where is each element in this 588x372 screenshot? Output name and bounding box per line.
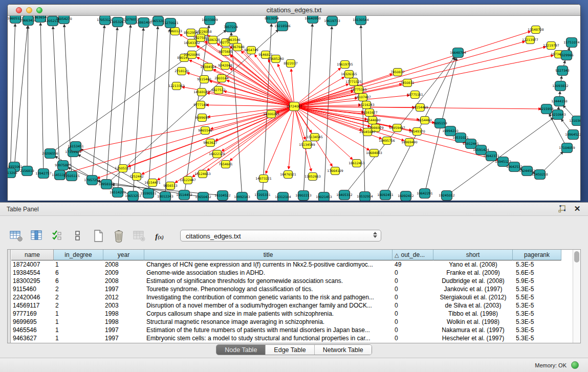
graph-node[interactable]: 16104522: [214, 191, 231, 201]
tab-network-table[interactable]: Network Table: [315, 345, 372, 355]
graph-node[interactable]: 17205331: [254, 190, 271, 200]
column-header-title[interactable]: title: [144, 250, 393, 260]
graph-node[interactable]: 15124653: [194, 170, 211, 178]
column-header-in_degree[interactable]: in_degree: [54, 250, 103, 260]
graph-edge[interactable]: [230, 106, 294, 161]
graph-node[interactable]: 8827512: [211, 86, 226, 94]
table-row[interactable]: 946362711997Embryonic stem cells: a mode…: [11, 334, 573, 342]
graph-node[interactable]: 7654601: [219, 161, 233, 168]
graph-node[interactable]: 10653253: [125, 191, 141, 201]
graph-edge[interactable]: [294, 106, 311, 171]
graph-node[interactable]: 13216243: [358, 101, 375, 109]
graph-node[interactable]: 18130544: [353, 16, 369, 25]
graph-node[interactable]: 16514452: [176, 190, 192, 200]
graph-edge[interactable]: [294, 77, 344, 106]
graph-node[interactable]: 16154471: [144, 179, 161, 187]
graph-node[interactable]: 17957255: [84, 176, 100, 185]
graph-node[interactable]: 11548708: [528, 26, 544, 34]
graph-node[interactable]: 16405312: [336, 190, 353, 200]
graph-edge[interactable]: [294, 84, 349, 106]
citation-network-graph[interactable]: 1872400789601238912954182260589827503165…: [8, 16, 580, 201]
column-visibility-icon[interactable]: [30, 228, 43, 243]
network-canvas[interactable]: 1872400789601238912954182260589827503165…: [8, 16, 580, 201]
tab-edge-table[interactable]: Edge Table: [266, 345, 314, 355]
table-selector[interactable]: citations_edges.txt: [180, 230, 381, 242]
graph-node[interactable]: 2156819: [20, 166, 34, 176]
graph-node[interactable]: 18549370: [409, 128, 425, 136]
graph-node[interactable]: 12093832: [552, 81, 569, 91]
graph-edge[interactable]: [165, 29, 170, 196]
graph-node[interactable]: 17664109: [327, 167, 343, 175]
graph-node[interactable]: 10958107: [98, 180, 115, 189]
column-header-pagerank[interactable]: pagerank: [513, 250, 561, 260]
column-header-short[interactable]: short: [433, 250, 513, 260]
graph-node[interactable]: 16969490: [401, 139, 418, 146]
graph-node[interactable]: 9463627: [203, 139, 217, 147]
column-header-name[interactable]: name: [11, 250, 54, 260]
graph-node[interactable]: 19245012: [439, 191, 455, 201]
graph-node[interactable]: 18775161: [407, 91, 423, 99]
column-header-out_degree[interactable]: △out_de...: [393, 250, 433, 260]
table-height-icon[interactable]: [71, 228, 84, 243]
graph-node[interactable]: 16959497: [389, 124, 405, 132]
graph-node[interactable]: 7450837: [390, 69, 405, 76]
table-row[interactable]: 2242004622012Investigating the contribut…: [11, 293, 573, 301]
graph-node[interactable]: 8822037: [284, 60, 298, 68]
graph-node[interactable]: 8813054: [265, 16, 279, 24]
graph-node[interactable]: 13942757: [35, 169, 52, 179]
graph-edge[interactable]: [294, 41, 525, 106]
graph-node[interactable]: 16161627: [361, 109, 378, 117]
graph-node[interactable]: 10642291: [417, 189, 433, 199]
graph-node[interactable]: 10992143: [234, 192, 250, 201]
graph-edge[interactable]: [92, 26, 104, 180]
graph-node[interactable]: 12103654: [569, 116, 580, 126]
table-scrollbar[interactable]: [573, 250, 580, 343]
graph-node[interactable]: 11154469: [412, 104, 428, 112]
graph-node[interactable]: 16312104: [275, 192, 291, 201]
graph-node[interactable]: 12219797: [543, 42, 559, 50]
function-builder-icon[interactable]: f(x): [153, 228, 166, 243]
graph-node[interactable]: 7252442: [129, 173, 144, 181]
close-panel-icon[interactable]: ✕: [573, 204, 582, 213]
column-header-year[interactable]: year: [103, 250, 144, 260]
table-row[interactable]: 977716911998Corpus callosum shape and si…: [11, 310, 573, 318]
network-window-titlebar[interactable]: citations_edges.txt: [8, 5, 580, 16]
tab-node-table[interactable]: Node Table: [216, 345, 266, 355]
graph-node[interactable]: 9227343: [555, 66, 570, 76]
graph-edge[interactable]: [10, 24, 15, 173]
graph-node[interactable]: 19218586: [274, 21, 291, 31]
graph-edge[interactable]: [133, 28, 143, 196]
graph-node[interactable]: 19619735: [337, 61, 353, 69]
table-row[interactable]: 1872400712008Changes of HCN gene express…: [11, 260, 573, 269]
graph-edge[interactable]: [206, 105, 294, 106]
graph-node[interactable]: 19021453: [316, 192, 332, 201]
graph-node[interactable]: 12650432: [195, 192, 211, 201]
graph-node[interactable]: 14873221: [255, 175, 272, 183]
graph-edge[interactable]: [294, 47, 546, 106]
table-row[interactable]: 946554611997Estimation of the future num…: [11, 326, 573, 334]
graph-edge[interactable]: [291, 69, 294, 106]
graph-node[interactable]: 9465546: [198, 127, 212, 135]
graph-node[interactable]: 18612453: [349, 160, 365, 167]
delete-column-icon[interactable]: [112, 228, 125, 243]
graph-node[interactable]: 11852663: [304, 173, 321, 181]
graph-node[interactable]: 9154460: [418, 117, 432, 124]
graph-edge[interactable]: [197, 46, 294, 106]
graph-node[interactable]: 18122447: [180, 177, 196, 184]
graph-node[interactable]: 93975887: [55, 161, 71, 170]
graph-edge[interactable]: [289, 106, 294, 169]
graph-node[interactable]: 16326165: [341, 71, 357, 78]
graph-node[interactable]: 12213977: [522, 36, 538, 44]
graph-node[interactable]: 7857224: [224, 23, 238, 32]
graph-edge[interactable]: [294, 68, 341, 106]
graph-edge[interactable]: [66, 106, 294, 173]
graph-node[interactable]: 10902213: [295, 191, 312, 201]
graph-node[interactable]: 9699695: [195, 114, 209, 122]
graph-edge[interactable]: [27, 26, 28, 171]
graph-node[interactable]: 7450831: [400, 79, 415, 87]
graph-node[interactable]: 16033809: [202, 16, 218, 25]
graph-node[interactable]: 15751074: [563, 38, 580, 48]
graph-node[interactable]: 17104059: [559, 143, 575, 153]
graph-edge[interactable]: [294, 106, 497, 160]
graph-node[interactable]: 12213363: [168, 82, 185, 90]
